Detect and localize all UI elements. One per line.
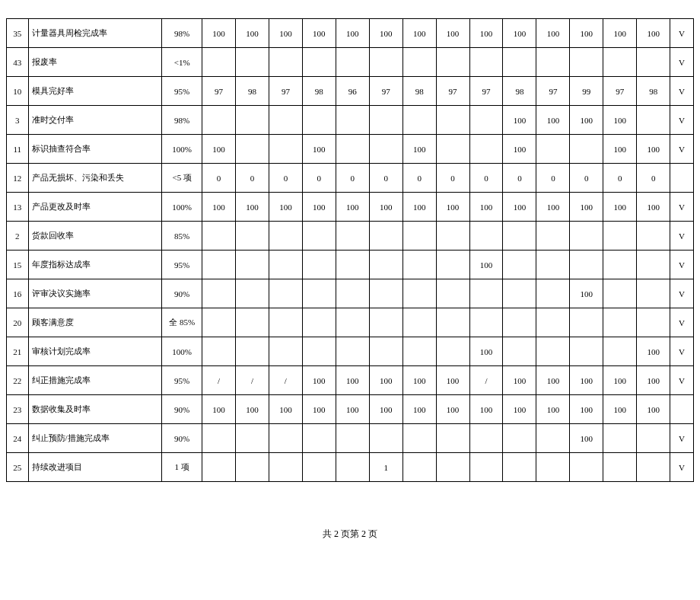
- row-value: 100: [436, 193, 469, 222]
- row-value: 100: [235, 395, 269, 424]
- row-value: [336, 251, 369, 279]
- row-value: 100: [570, 193, 603, 222]
- row-value: [536, 337, 570, 366]
- row-value: 98: [503, 77, 536, 106]
- row-target: <5 项: [162, 164, 202, 193]
- row-value: [637, 222, 670, 251]
- row-name: 计量器具周检完成率: [28, 19, 162, 48]
- row-name: 货款回收率: [28, 222, 162, 251]
- row-value: [235, 308, 269, 337]
- row-value: 98: [235, 77, 269, 106]
- row-value: [637, 453, 670, 482]
- row-value: 98: [637, 77, 670, 106]
- row-value: 100: [269, 19, 302, 48]
- row-value: 100: [336, 19, 369, 48]
- row-value: [402, 251, 436, 279]
- row-value: [536, 424, 570, 453]
- row-value: [570, 453, 603, 482]
- row-value: 100: [402, 193, 436, 222]
- row-value: [336, 48, 369, 77]
- row-value: [302, 308, 336, 337]
- row-value: [469, 453, 503, 482]
- row-value: 100: [469, 337, 503, 366]
- row-value: 100: [269, 395, 302, 424]
- table-row: 35计量器具周检完成率98%10010010010010010010010010…: [7, 19, 694, 48]
- row-value: 0: [570, 164, 603, 193]
- row-value: 100: [536, 395, 570, 424]
- row-value: 100: [503, 19, 536, 48]
- row-value: [402, 106, 436, 135]
- row-name: 产品更改及时率: [28, 193, 162, 222]
- row-target: 90%: [162, 395, 202, 424]
- row-value: [269, 135, 302, 164]
- row-flag: V: [670, 308, 694, 337]
- row-value: 100: [503, 106, 536, 135]
- row-target: 85%: [162, 222, 202, 251]
- row-index: 16: [7, 279, 29, 308]
- row-name: 审核计划完成率: [28, 337, 162, 366]
- row-value: [570, 135, 603, 164]
- table-row: 43报废率<1%V: [7, 48, 694, 77]
- row-value: 100: [603, 395, 637, 424]
- table-row: 11标识抽查符合率100%100100100100100100V: [7, 135, 694, 164]
- row-flag: V: [670, 48, 694, 77]
- row-target: 全 85%: [162, 308, 202, 337]
- row-value: [202, 106, 236, 135]
- row-index: 3: [7, 106, 29, 135]
- row-value: [436, 106, 469, 135]
- row-flag: V: [670, 453, 694, 482]
- row-value: 100: [202, 395, 236, 424]
- row-target: <1%: [162, 48, 202, 77]
- row-value: [436, 251, 469, 279]
- row-value: 100: [336, 366, 369, 395]
- row-value: [402, 424, 436, 453]
- row-value: [302, 106, 336, 135]
- page-footer: 共 2 页第 2 页: [6, 528, 694, 541]
- row-flag: V: [670, 366, 694, 395]
- row-value: [637, 279, 670, 308]
- row-value: /: [202, 366, 236, 395]
- row-value: 0: [302, 164, 336, 193]
- row-value: 100: [570, 424, 603, 453]
- row-value: /: [469, 366, 503, 395]
- row-value: [536, 222, 570, 251]
- row-value: [269, 337, 302, 366]
- row-value: [369, 308, 402, 337]
- row-value: 1: [369, 453, 402, 482]
- row-value: [369, 106, 402, 135]
- row-value: [402, 308, 436, 337]
- row-value: [603, 222, 637, 251]
- row-value: 100: [603, 366, 637, 395]
- row-name: 纠正措施完成率: [28, 366, 162, 395]
- row-value: 100: [637, 135, 670, 164]
- row-value: [269, 222, 302, 251]
- row-value: [202, 48, 236, 77]
- row-name: 顾客满意度: [28, 308, 162, 337]
- row-value: [235, 453, 269, 482]
- row-flag: V: [670, 424, 694, 453]
- row-value: 100: [536, 106, 570, 135]
- row-value: 97: [603, 77, 637, 106]
- row-value: 100: [637, 337, 670, 366]
- row-value: 100: [536, 19, 570, 48]
- row-value: [302, 424, 336, 453]
- table-row: 10模具完好率95%9798979896979897979897999798V: [7, 77, 694, 106]
- row-value: 0: [637, 164, 670, 193]
- row-value: [235, 222, 269, 251]
- row-value: 100: [469, 19, 503, 48]
- row-value: 100: [469, 193, 503, 222]
- row-value: [469, 135, 503, 164]
- row-value: [369, 424, 402, 453]
- row-value: [269, 251, 302, 279]
- row-value: [402, 279, 436, 308]
- row-value: [235, 424, 269, 453]
- row-value: [503, 222, 536, 251]
- row-value: 100: [536, 193, 570, 222]
- table-row: 13产品更改及时率100%100100100100100100100100100…: [7, 193, 694, 222]
- row-name: 评审决议实施率: [28, 279, 162, 308]
- row-value: 98: [402, 77, 436, 106]
- row-value: [402, 453, 436, 482]
- row-value: 100: [402, 135, 436, 164]
- table-row: 22纠正措施完成率95%///100100100100100/100100100…: [7, 366, 694, 395]
- table-row: 2货款回收率85%V: [7, 222, 694, 251]
